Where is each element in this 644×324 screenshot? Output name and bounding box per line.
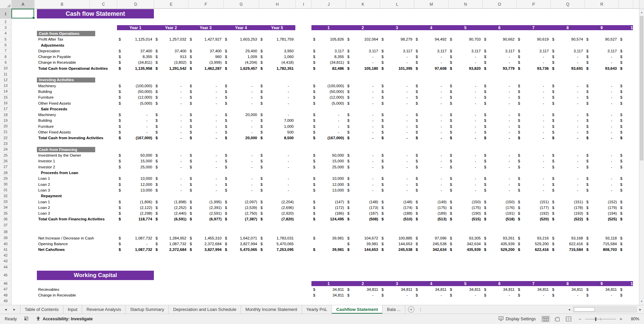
row-header-7[interactable]: 7 bbox=[0, 48, 11, 54]
cell[interactable]: $97,096 bbox=[414, 235, 448, 241]
cell[interactable]: $39,981 bbox=[311, 247, 346, 253]
cell[interactable]: $- bbox=[585, 176, 619, 181]
cell-label[interactable]: Building bbox=[34, 118, 117, 123]
cell[interactable]: $34,811 bbox=[482, 286, 516, 292]
cell[interactable]: $- bbox=[448, 129, 482, 135]
cell[interactable]: $(175) bbox=[448, 205, 482, 210]
cell[interactable]: $- bbox=[154, 123, 188, 129]
cell[interactable]: $ bbox=[619, 164, 633, 170]
row-header-43[interactable]: 43 bbox=[0, 258, 11, 264]
cell[interactable]: $- bbox=[223, 95, 259, 100]
cell-label[interactable]: Total Cash from Operational Activities bbox=[34, 65, 117, 71]
cell[interactable]: $118,774 bbox=[117, 216, 154, 222]
cell[interactable]: $ bbox=[619, 241, 633, 247]
cell[interactable]: $3,117 bbox=[585, 48, 619, 54]
cell[interactable]: $- bbox=[585, 164, 619, 170]
cell[interactable]: $ bbox=[619, 60, 633, 65]
cell[interactable]: $(167,000) bbox=[117, 135, 154, 141]
cell[interactable]: $- bbox=[585, 54, 619, 59]
year-header[interactable]: Year 4 bbox=[223, 25, 259, 30]
month-header[interactable]: 9 bbox=[585, 281, 619, 286]
cell[interactable]: $- bbox=[154, 158, 188, 164]
cell[interactable]: $- bbox=[550, 118, 585, 123]
month-header[interactable]: 6 bbox=[482, 25, 516, 30]
month-header-partial[interactable]: 10 bbox=[619, 25, 633, 30]
cell[interactable]: $(149) bbox=[414, 199, 448, 205]
column-header-M[interactable]: M bbox=[414, 0, 449, 8]
cell[interactable]: $- bbox=[550, 181, 585, 187]
cell[interactable]: $- bbox=[223, 176, 259, 181]
cell[interactable]: $- bbox=[585, 100, 619, 106]
cell[interactable]: $3,117 bbox=[380, 48, 414, 54]
cell[interactable]: $3,827,994 bbox=[223, 241, 259, 247]
cell[interactable]: $ bbox=[619, 135, 633, 141]
cell-label[interactable]: Total Cash from Financing Activities bbox=[34, 216, 117, 222]
cell[interactable]: $93,118 bbox=[585, 235, 619, 241]
column-header-P[interactable]: P bbox=[517, 0, 551, 8]
cell[interactable]: $913 bbox=[154, 54, 188, 59]
month-header[interactable]: 7 bbox=[516, 281, 550, 286]
tab-scroll-left-button[interactable]: ◄ bbox=[4, 308, 7, 311]
cell[interactable]: $34,811 bbox=[311, 286, 346, 292]
cell[interactable]: $- bbox=[223, 89, 259, 94]
cell[interactable]: $- bbox=[117, 123, 154, 129]
cell[interactable]: $- bbox=[550, 292, 585, 298]
cell[interactable]: $ bbox=[619, 54, 633, 59]
year-header[interactable]: Year 5 bbox=[259, 25, 295, 30]
row-header-31[interactable]: 31 bbox=[0, 187, 11, 193]
cell[interactable]: $- bbox=[448, 60, 482, 65]
cell[interactable]: $- bbox=[482, 112, 516, 117]
cell[interactable]: $- bbox=[380, 60, 414, 65]
cell[interactable]: $- bbox=[380, 118, 414, 123]
row-header-2[interactable]: 2 bbox=[0, 19, 11, 25]
row-header-30[interactable]: 30 bbox=[0, 181, 11, 187]
cell[interactable]: $(2,696) bbox=[259, 205, 295, 210]
cell[interactable]: $25,000 bbox=[311, 164, 346, 170]
cell[interactable]: $3,117 bbox=[311, 48, 346, 54]
cell[interactable]: $- bbox=[414, 164, 448, 170]
cell[interactable]: $ bbox=[619, 187, 633, 193]
cell[interactable]: $- bbox=[154, 153, 188, 158]
cell[interactable]: $- bbox=[188, 153, 223, 158]
month-header[interactable]: 8 bbox=[550, 25, 585, 30]
cell[interactable]: $- bbox=[482, 118, 516, 123]
cell[interactable]: $- bbox=[188, 135, 223, 141]
cell[interactable]: $12,000 bbox=[117, 181, 154, 187]
cell[interactable]: $ bbox=[619, 211, 633, 216]
row-header-38[interactable]: 38 bbox=[0, 229, 11, 235]
cell[interactable]: $1,000 bbox=[259, 123, 295, 129]
cell[interactable]: $ bbox=[619, 216, 633, 222]
cell-label[interactable]: Sale Proceeds bbox=[41, 106, 67, 112]
cell[interactable]: $- bbox=[154, 118, 188, 123]
cell[interactable]: $- bbox=[154, 129, 188, 135]
cell[interactable]: $- bbox=[346, 187, 380, 193]
cell[interactable]: $8,355 bbox=[311, 54, 346, 59]
row-header-41[interactable]: 41 bbox=[0, 247, 11, 253]
cell[interactable]: $- bbox=[448, 158, 482, 164]
cell[interactable]: $93,820 bbox=[448, 65, 482, 71]
cell[interactable]: $- bbox=[550, 135, 585, 141]
cell[interactable]: $1,135,958 bbox=[117, 65, 154, 71]
cell[interactable]: $ bbox=[619, 205, 633, 210]
sheet-tab-depreciation-and-loan-schedule[interactable]: Depreciation and Loan Schedule bbox=[169, 305, 241, 314]
cell[interactable]: $- bbox=[448, 153, 482, 158]
column-header-O[interactable]: O bbox=[483, 0, 517, 8]
row-header-25[interactable]: 25 bbox=[0, 153, 11, 158]
sheet-tab-startup-summary[interactable]: Startup Summary bbox=[126, 305, 169, 314]
row-header-18[interactable]: 18 bbox=[0, 112, 11, 117]
cell-label[interactable]: Investment by the Owner bbox=[34, 153, 117, 158]
row-header-29[interactable]: 29 bbox=[0, 176, 11, 181]
cell[interactable]: $(194) bbox=[585, 211, 619, 216]
cell[interactable]: $- bbox=[550, 112, 585, 117]
cell[interactable]: $- bbox=[380, 153, 414, 158]
month-header[interactable]: 5 bbox=[448, 281, 482, 286]
cell[interactable]: $- bbox=[516, 135, 550, 141]
cell[interactable]: $- bbox=[482, 292, 516, 298]
cell-label[interactable]: Loan 2 bbox=[34, 181, 117, 187]
cell[interactable]: $- bbox=[414, 60, 448, 65]
section-header[interactable]: Investing Activities bbox=[37, 77, 95, 83]
cell[interactable]: $100,885 bbox=[380, 235, 414, 241]
cell[interactable]: $(2,252) bbox=[154, 205, 188, 210]
cell[interactable]: $(179) bbox=[585, 205, 619, 210]
cell[interactable]: $- bbox=[117, 112, 154, 117]
